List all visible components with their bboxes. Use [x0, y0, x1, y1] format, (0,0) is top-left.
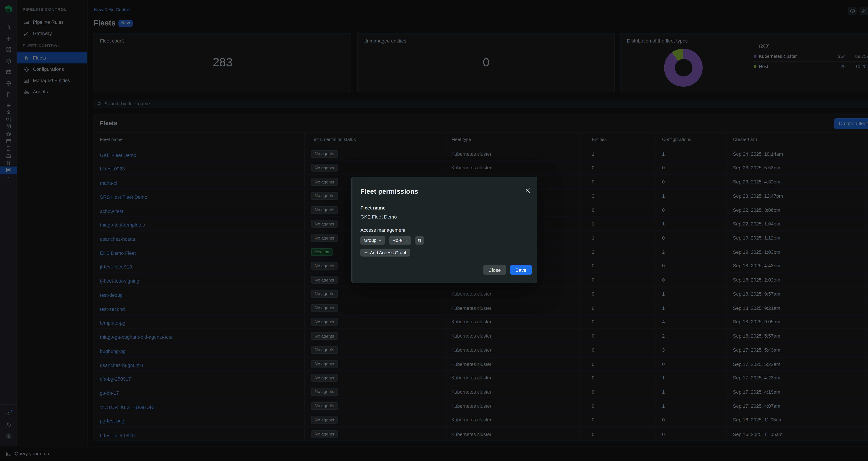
close-button[interactable]: Close [483, 265, 506, 275]
chevron-down-icon [378, 239, 382, 243]
trash-icon [417, 238, 422, 243]
access-grant-row: Group Role [361, 236, 528, 245]
access-management-label: Access management [361, 227, 528, 233]
fleet-name-label: Fleet name [361, 205, 528, 211]
delete-grant-button[interactable] [415, 236, 424, 245]
role-dropdown[interactable]: Role [389, 236, 411, 245]
modal-title: Fleet permissions [361, 187, 528, 195]
app-window: PIPELINE CONTROLPipeline RulesGatewayFLE… [0, 0, 868, 461]
group-dropdown[interactable]: Group [361, 236, 385, 245]
fleet-permissions-modal: Fleet permissions Fleet name GKE Fleet D… [351, 177, 537, 283]
close-icon[interactable] [524, 187, 531, 194]
add-access-grant-button[interactable]: +Add Access Grant [361, 249, 410, 256]
plus-icon: + [364, 250, 368, 255]
save-button[interactable]: Save [510, 265, 532, 275]
fleet-name-value: GKE Fleet Demo [361, 214, 528, 220]
chevron-down-icon [404, 239, 408, 243]
